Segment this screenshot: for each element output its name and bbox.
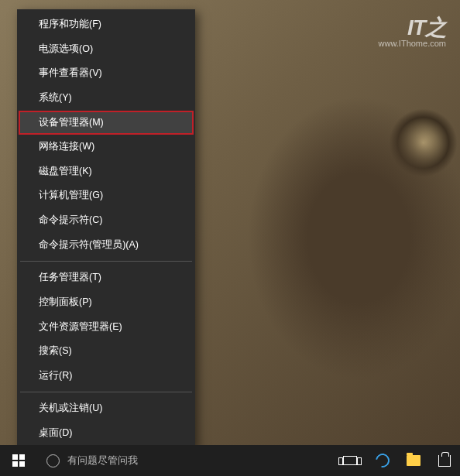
menu-item[interactable]: 关机或注销(U) [19, 396, 194, 421]
task-view-icon [343, 456, 357, 465]
menu-item[interactable]: 磁盘管理(K) [19, 159, 194, 184]
taskbar-pinned-apps [367, 445, 460, 476]
cortana-icon [46, 454, 60, 467]
menu-item[interactable]: 电源选项(O) [19, 37, 194, 62]
file-explorer-button[interactable] [398, 445, 429, 476]
menu-item[interactable]: 命令提示符(C) [19, 208, 194, 233]
watermark-logo: IT之 [379, 17, 446, 39]
watermark-url: www.IThome.com [379, 39, 446, 48]
watermark: IT之 www.IThome.com [379, 17, 446, 48]
store-button[interactable] [429, 445, 460, 476]
menu-separator [20, 261, 192, 262]
menu-item[interactable]: 桌面(D) [19, 421, 194, 446]
menu-separator [20, 392, 192, 392]
menu-item[interactable]: 事件查看器(V) [19, 61, 194, 86]
menu-item[interactable]: 网络连接(W) [19, 135, 194, 159]
menu-item[interactable]: 运行(R) [19, 364, 194, 389]
winx-context-menu[interactable]: 程序和功能(F)电源选项(O)事件查看器(V)系统(Y)设备管理器(M)网络连接… [17, 9, 195, 449]
menu-item[interactable]: 命令提示符(管理员)(A) [19, 233, 194, 258]
menu-item[interactable]: 搜索(S) [19, 339, 194, 364]
menu-item[interactable]: 系统(Y) [19, 86, 194, 111]
menu-item[interactable]: 设备管理器(M) [19, 111, 194, 135]
taskbar: 有问题尽管问我 [0, 445, 460, 476]
menu-item[interactable]: 程序和功能(F) [19, 12, 194, 37]
folder-icon [407, 455, 421, 466]
menu-item[interactable]: 计算机管理(G) [19, 183, 194, 208]
cortana-search-placeholder: 有问题尽管问我 [67, 454, 138, 467]
cortana-search[interactable]: 有问题尽管问我 [37, 445, 239, 476]
menu-item[interactable]: 任务管理器(T) [19, 265, 194, 290]
start-button[interactable] [0, 445, 37, 476]
menu-item[interactable]: 文件资源管理器(E) [19, 315, 194, 340]
edge-icon [372, 450, 392, 470]
task-view-button[interactable] [333, 445, 367, 476]
edge-button[interactable] [367, 445, 398, 476]
menu-item[interactable]: 控制面板(P) [19, 290, 194, 315]
store-icon [438, 455, 451, 467]
windows-icon [12, 454, 25, 467]
